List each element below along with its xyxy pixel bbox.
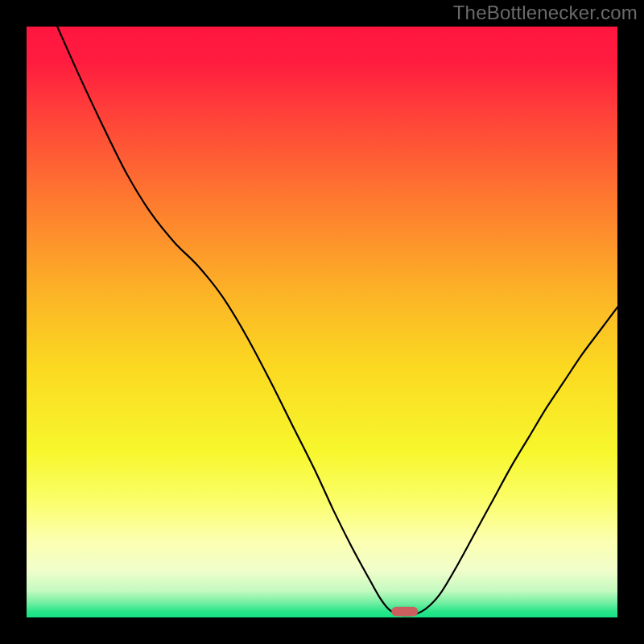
watermark-text: TheBottlenecker.com	[453, 2, 638, 24]
plot-border	[0, 0, 27, 644]
optimal-marker	[391, 607, 418, 617]
bottleneck-chart	[0, 0, 644, 644]
chart-container: TheBottlenecker.com	[0, 0, 644, 644]
plot-border	[0, 617, 644, 644]
plot-border	[617, 0, 644, 644]
plot-background	[27, 27, 617, 617]
